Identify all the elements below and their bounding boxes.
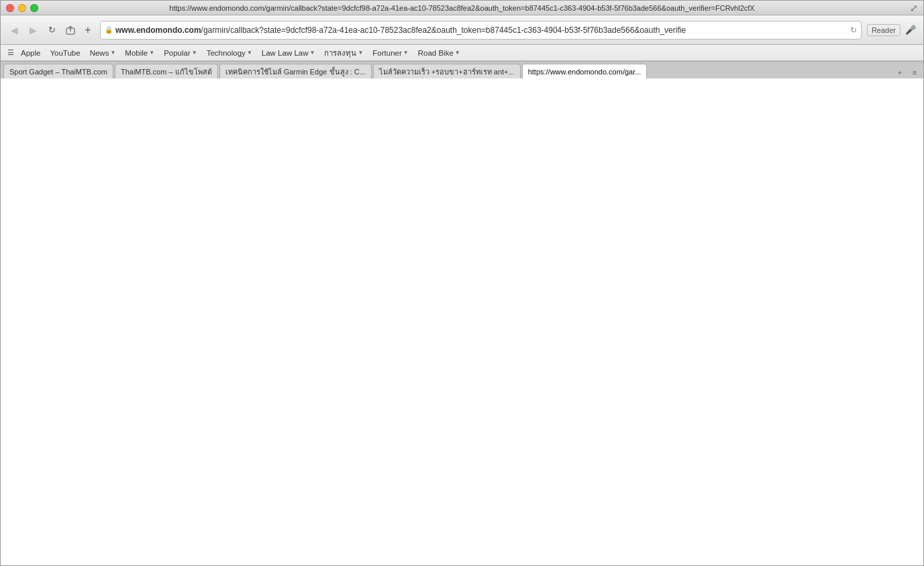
resize-icon[interactable]: ⤢ — [910, 3, 918, 13]
tab-controls: + ≡ — [894, 66, 921, 78]
url-path: /garmin/callback?state=9dcfcf98-a72a-41e… — [201, 25, 686, 35]
tab-4[interactable]: https://www.endomondo.com/gar... — [522, 64, 648, 78]
browser-window: https://www.endomondo.com/garmin/callbac… — [0, 0, 924, 566]
popular-dropdown-icon: ▼ — [192, 50, 197, 56]
add-tab-button[interactable]: + — [81, 23, 95, 37]
voice-button[interactable]: 🎤 — [903, 23, 918, 38]
tab-2[interactable]: เทคนิคการใช้ไมล์ Garmin Edge ขั้นสูง : C… — [219, 64, 372, 78]
traffic-lights — [6, 4, 38, 12]
tab-list-button[interactable]: ≡ — [909, 66, 921, 78]
bookmarks-icon: ☰ — [7, 48, 14, 57]
bookmark-apple[interactable]: Apple — [17, 46, 44, 60]
https-lock-icon: 🔒 — [105, 26, 113, 34]
url-domain: www.endomondo.com — [115, 25, 201, 35]
title-bar: https://www.endomondo.com/garmin/callbac… — [1, 1, 923, 15]
bookmarks-bar: ☰ Apple YouTube News ▼ Mobile ▼ Popular … — [1, 45, 923, 61]
investment-dropdown-icon: ▼ — [358, 50, 363, 56]
bookmark-technology[interactable]: Technology ▼ — [203, 46, 256, 60]
bookmark-investment[interactable]: การลงทุน ▼ — [320, 46, 367, 60]
tabs-bar: Sport Gadget – ThaiMTB.com ThaiMTB.com –… — [1, 61, 923, 78]
roadbike-dropdown-icon: ▼ — [455, 50, 460, 56]
share-button[interactable] — [62, 22, 79, 38]
bookmark-lawlawlaw[interactable]: Law Law Law ▼ — [258, 46, 319, 60]
technology-dropdown-icon: ▼ — [247, 50, 252, 56]
back-button[interactable]: ◀ — [6, 22, 22, 38]
minimize-button[interactable] — [18, 4, 26, 12]
fortuner-dropdown-icon: ▼ — [403, 50, 409, 56]
reader-button[interactable]: Reader — [867, 24, 901, 36]
tab-add-button[interactable]: + — [894, 66, 906, 78]
bookmark-roadbike[interactable]: Road Bike ▼ — [414, 46, 464, 60]
reload-button[interactable]: ↻ — [44, 22, 60, 38]
maximize-button[interactable] — [30, 4, 38, 12]
lawlawlaw-dropdown-icon: ▼ — [309, 50, 315, 56]
tab-1[interactable]: ThaiMTB.com – แก้ไขโพสต์ — [115, 64, 218, 78]
url-bar[interactable]: 🔒 www.endomondo.com/garmin/callback?stat… — [100, 21, 862, 40]
bookmark-news[interactable]: News ▼ — [86, 46, 120, 60]
title-bar-url: https://www.endomondo.com/garmin/callbac… — [169, 4, 754, 12]
bookmark-mobile[interactable]: Mobile ▼ — [121, 46, 158, 60]
news-dropdown-icon: ▼ — [110, 50, 115, 56]
close-button[interactable] — [6, 4, 14, 12]
bookmark-fortuner[interactable]: Fortuner ▼ — [368, 46, 412, 60]
toolbar: ◀ ▶ ↻ + 🔒 www.endomondo.com/garmin/callb… — [1, 15, 923, 45]
bookmark-popular[interactable]: Popular ▼ — [160, 46, 201, 60]
tab-0[interactable]: Sport Gadget – ThaiMTB.com — [3, 64, 113, 78]
mobile-dropdown-icon: ▼ — [149, 50, 154, 56]
bookmark-youtube[interactable]: YouTube — [46, 46, 84, 60]
url-text: www.endomondo.com/garmin/callback?state=… — [115, 25, 848, 35]
url-refresh-icon[interactable]: ↻ — [850, 25, 857, 35]
forward-button[interactable]: ▶ — [25, 22, 41, 38]
page-content — [1, 78, 923, 565]
tab-3[interactable]: ไมล์วัดความเร็ว +รอบขา+ฮาร์ทเรท ant+... — [373, 64, 521, 78]
